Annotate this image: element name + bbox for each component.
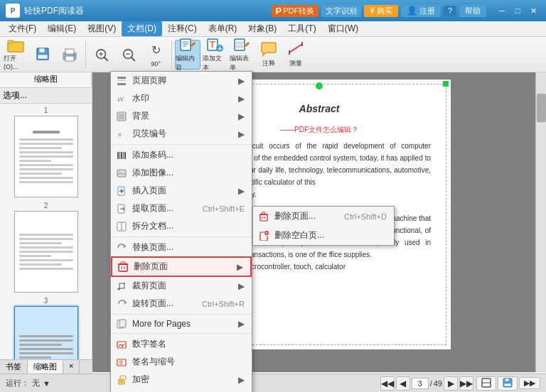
help-query-btn[interactable]: ?: [444, 6, 456, 16]
dd-add-image[interactable]: 添加图像...: [111, 164, 252, 182]
first-page-btn[interactable]: ◀◀: [380, 376, 395, 391]
open-file-button[interactable]: 打开(O)...: [3, 40, 28, 70]
maximize-button[interactable]: □: [510, 4, 525, 17]
page-handle-tr[interactable]: [443, 81, 449, 87]
fit-page-btn[interactable]: [476, 376, 496, 391]
thumb-page-1[interactable]: 1: [3, 107, 89, 197]
close-button[interactable]: ✕: [526, 4, 540, 17]
thumbnail-list: 1: [0, 104, 92, 372]
dd-header-footer[interactable]: 页眉页脚 ▶: [111, 72, 252, 89]
menu-tools[interactable]: 工具(T): [282, 21, 321, 36]
thumb-page-2[interactable]: 2: [3, 202, 89, 293]
dd-digital-sign[interactable]: 数字签名: [111, 335, 252, 353]
more-action-btn[interactable]: ▶▶: [519, 377, 540, 389]
dd-sign-abbr[interactable]: 签 签名与缩号: [111, 353, 252, 371]
thumb-line: [19, 335, 73, 337]
menu-file[interactable]: 文件(F): [3, 21, 42, 36]
minimize-button[interactable]: ─: [495, 4, 509, 17]
page-handle-top[interactable]: [316, 82, 323, 89]
toolbar-sep-1: [85, 40, 86, 69]
menubar: 文件(F) 编辑(E) 视图(V) 文档(D) 注释(C) 表单(R) 对象(B…: [0, 21, 546, 37]
register-btn[interactable]: 👤 注册: [401, 5, 441, 17]
sub-delete-pages-label: 删除页面...: [274, 210, 316, 222]
next-page-btn[interactable]: ▶: [444, 376, 458, 391]
svg-rect-43: [117, 170, 126, 177]
dd-crop-page-label: 裁剪页面: [132, 280, 166, 292]
menu-view[interactable]: 视图(V): [82, 21, 122, 36]
main-toolbar: 打开(O)... ↻ 90° 编辑内容 T+: [0, 37, 546, 72]
sub-delete-shortcut: Ctrl+Shift+D: [344, 212, 387, 221]
prev-page-btn[interactable]: ◀: [396, 376, 410, 391]
dd-add-barcode[interactable]: 添加条码...: [111, 146, 252, 164]
thumbnails-tab-bottom[interactable]: 缩略图: [28, 360, 63, 374]
menu-obj[interactable]: 对象(B): [242, 21, 282, 36]
delete-page-icon: [117, 261, 129, 273]
dd-rotate-page[interactable]: 旋转页面... Ctrl+Shift+R: [111, 295, 252, 312]
comment-btn[interactable]: 注释: [256, 40, 282, 70]
menu-note[interactable]: 注释(C): [162, 21, 203, 36]
dd-bates[interactable]: # 贝茨编号 ▶: [111, 125, 252, 143]
page-navigation: ◀◀ ◀ 3 / 49 ▶ ▶▶: [380, 376, 473, 391]
bookmarks-tab[interactable]: 书签: [0, 360, 28, 374]
rotate-btn[interactable]: ↻ 90°: [143, 40, 168, 70]
dd-watermark[interactable]: W 水印 ▶: [111, 89, 252, 107]
panel-controls: 选项...: [0, 88, 92, 104]
panel-controls-label[interactable]: 选项...: [3, 89, 27, 102]
close-panel-btn[interactable]: ×: [63, 360, 80, 374]
save-action-btn[interactable]: [498, 376, 518, 391]
toolbar-sep-2: [171, 40, 172, 69]
svg-point-8: [73, 54, 75, 56]
svg-text:W: W: [117, 96, 124, 103]
svg-rect-38: [117, 152, 119, 159]
svg-rect-36: [119, 114, 124, 119]
menu-window[interactable]: 窗口(W): [322, 21, 364, 36]
buy-btn[interactable]: ¥ 购买: [364, 5, 398, 17]
sub-delete-blank[interactable]: 删除空白页...: [253, 226, 394, 245]
dd-split-doc[interactable]: 拆分文档...: [111, 217, 252, 235]
thumb-img-2: [14, 211, 78, 293]
svg-rect-65: [260, 214, 267, 221]
dd-more-pages[interactable]: More for Pages ▶: [111, 316, 252, 332]
left-bottom-tabs: 书签 缩略图 ×: [0, 359, 92, 374]
open-label: 打开(O)...: [4, 54, 28, 70]
bates-icon: #: [115, 128, 128, 141]
status-dropdown[interactable]: ▼: [43, 379, 50, 388]
thumb-num-3: 3: [44, 297, 48, 305]
thumb-line: [19, 181, 73, 183]
svg-rect-77: [505, 379, 509, 381]
zoom-out-btn[interactable]: [116, 40, 141, 70]
dd-spellcheck[interactable]: ✓ 拼写检查 F7: [111, 388, 252, 392]
dd-digital-sign-label: 数字签名: [132, 338, 166, 350]
measure-btn[interactable]: 测量: [283, 40, 309, 70]
dd-replace-page[interactable]: 替换页面...: [111, 239, 252, 256]
dd-background[interactable]: 背景 ▶: [111, 107, 252, 125]
zoom-btn[interactable]: [89, 40, 114, 70]
dd-encrypt[interactable]: 加密 ▶: [111, 371, 252, 388]
menu-doc[interactable]: 文档(D): [122, 21, 162, 36]
ocr-btn[interactable]: 文字识别: [321, 5, 361, 17]
print-button[interactable]: [57, 40, 82, 70]
sub-delete-pages[interactable]: 删除页面... Ctrl+Shift+D: [253, 207, 394, 226]
help-label: 帮助: [465, 6, 481, 15]
add-text-label: 添加文本: [203, 54, 227, 72]
v-scrollbar[interactable]: [535, 72, 546, 372]
dd-arrow: ▶: [238, 94, 245, 104]
dd-extract-page[interactable]: 提取页面... Ctrl+Shift+E: [111, 200, 252, 217]
measure-label: 测量: [289, 59, 302, 68]
menu-form[interactable]: 表单(R): [203, 21, 243, 36]
menu-edit[interactable]: 编辑(E): [42, 21, 82, 36]
edit-form-label: 编辑表单: [230, 54, 254, 72]
save-button[interactable]: [30, 40, 55, 70]
dd-delete-page[interactable]: 删除页面 ▶: [111, 256, 252, 277]
add-text-btn[interactable]: T+ 添加文本: [202, 40, 228, 70]
edit-content-btn[interactable]: 编辑内容: [175, 40, 200, 70]
dd-crop-page[interactable]: 裁剪页面 ▶: [111, 277, 252, 295]
scrollbar-thumb[interactable]: [537, 94, 546, 122]
panel-tabs: 缩略图: [0, 72, 92, 88]
page-current[interactable]: 3: [412, 378, 429, 389]
last-page-btn[interactable]: ▶▶: [459, 376, 473, 391]
thumbnail-tab[interactable]: 缩略图: [0, 72, 92, 87]
edit-form-btn[interactable]: 编辑表单: [229, 40, 255, 70]
help-btn[interactable]: 帮助: [459, 5, 486, 17]
dd-insert-page[interactable]: 插入页面 ▶: [111, 182, 252, 200]
